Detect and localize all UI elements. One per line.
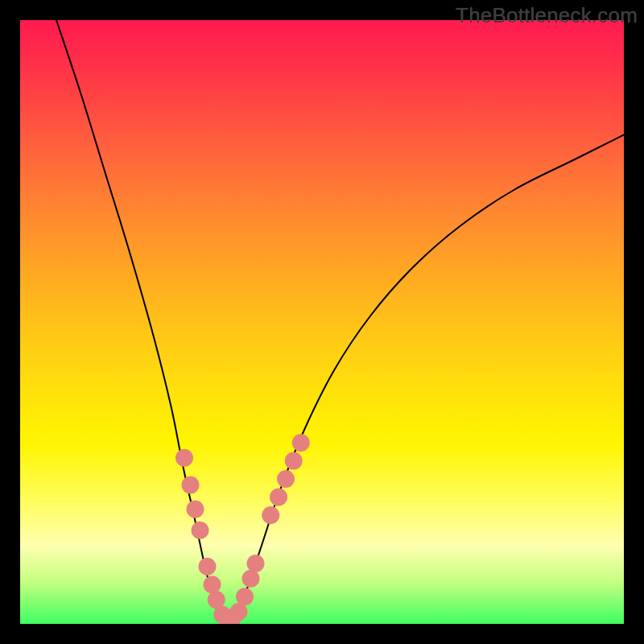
- data-marker: [187, 501, 204, 518]
- data-marker: [242, 570, 260, 588]
- curve-right-curve: [232, 135, 625, 620]
- watermark-text: TheBottleneck.com: [456, 3, 638, 28]
- data-marker: [247, 555, 265, 572]
- data-marker: [270, 489, 287, 506]
- data-marker: [175, 449, 193, 467]
- data-marker: [199, 558, 217, 576]
- data-marker: [230, 603, 248, 621]
- data-marker: [208, 591, 225, 609]
- data-marker: [285, 452, 303, 470]
- data-marker: [236, 588, 254, 605]
- gradient-plot-area: [20, 20, 624, 624]
- data-marker: [204, 576, 221, 593]
- data-marker: [262, 506, 279, 524]
- data-marker: [182, 477, 200, 494]
- plot-svg: [20, 20, 624, 624]
- data-marker: [277, 470, 295, 488]
- data-marker: [292, 434, 310, 452]
- data-marker: [192, 522, 209, 539]
